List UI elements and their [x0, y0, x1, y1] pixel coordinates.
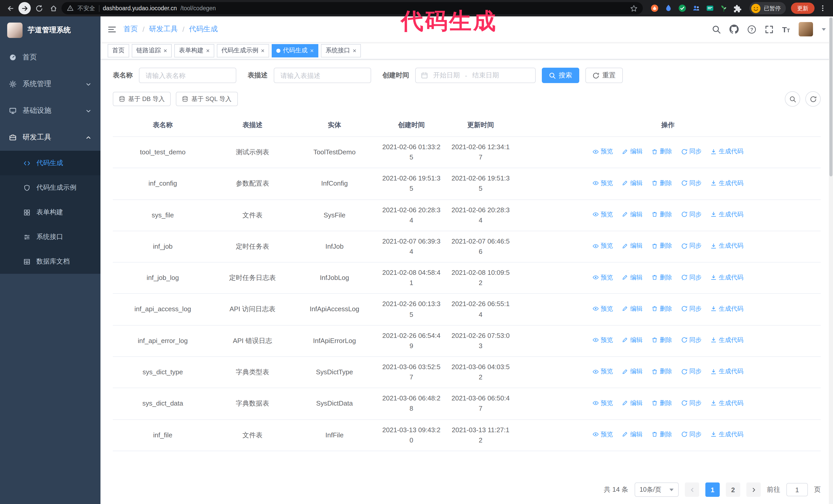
refresh-table-button[interactable]: [805, 91, 821, 106]
sync-link[interactable]: 同步: [681, 398, 701, 408]
page-button-2[interactable]: 2: [726, 482, 740, 497]
breadcrumb-item-home[interactable]: 首页: [123, 25, 138, 34]
close-icon[interactable]: ×: [310, 47, 314, 54]
page-size-select[interactable]: 10条/页: [634, 482, 679, 497]
preview-link[interactable]: 预览: [593, 272, 613, 282]
fullscreen-icon[interactable]: [765, 25, 773, 33]
delete-link[interactable]: 删除: [651, 178, 672, 188]
preview-link[interactable]: 预览: [593, 241, 613, 251]
chevron-down-icon[interactable]: [822, 28, 826, 30]
delete-link[interactable]: 删除: [651, 398, 672, 408]
generate-code-link[interactable]: 生成代码: [711, 210, 743, 219]
scrollbar-thumb[interactable]: [829, 18, 832, 176]
delete-link[interactable]: 删除: [651, 210, 672, 219]
extensions-puzzle-icon[interactable]: [733, 4, 742, 13]
preview-link[interactable]: 预览: [593, 335, 613, 345]
sidebar-item-infrastructure[interactable]: 基础设施: [0, 97, 100, 124]
breadcrumb-item-devtools[interactable]: 研发工具: [149, 25, 178, 34]
preview-link[interactable]: 预览: [593, 304, 613, 314]
preview-link[interactable]: 预览: [593, 398, 613, 408]
close-icon[interactable]: ×: [206, 47, 210, 54]
sidebar-item-devtools[interactable]: 研发工具: [0, 124, 100, 151]
reset-button[interactable]: 重置: [586, 68, 623, 83]
prev-page-button[interactable]: [685, 482, 699, 497]
extension-icon-blue-drop[interactable]: [664, 4, 673, 13]
delete-link[interactable]: 删除: [651, 272, 672, 282]
generate-code-link[interactable]: 生成代码: [711, 304, 743, 314]
search-button[interactable]: 搜索: [542, 68, 579, 83]
sync-link[interactable]: 同步: [681, 367, 701, 376]
sync-link[interactable]: 同步: [681, 178, 701, 188]
browser-home-button[interactable]: [47, 2, 60, 14]
close-icon[interactable]: ×: [261, 47, 264, 54]
table-name-input[interactable]: [139, 68, 236, 83]
browser-update-button[interactable]: 更新: [791, 3, 814, 14]
preview-link[interactable]: 预览: [593, 430, 613, 439]
goto-page-input[interactable]: [786, 483, 808, 496]
preview-link[interactable]: 预览: [593, 178, 613, 188]
sync-link[interactable]: 同步: [681, 430, 701, 439]
app-logo-row[interactable]: 芋道管理系统: [0, 17, 100, 44]
extension-icon-people[interactable]: [691, 4, 701, 13]
sync-link[interactable]: 同步: [681, 147, 701, 157]
sync-link[interactable]: 同步: [681, 272, 701, 282]
delete-link[interactable]: 删除: [651, 335, 672, 345]
preview-link[interactable]: 预览: [593, 210, 613, 219]
generate-code-link[interactable]: 生成代码: [711, 430, 743, 439]
delete-link[interactable]: 删除: [651, 241, 672, 251]
sidebar-subitem-db-docs[interactable]: 数据库文档: [0, 249, 100, 274]
browser-menu-button[interactable]: [816, 2, 829, 14]
browser-back-button[interactable]: [4, 2, 17, 14]
table-desc-input[interactable]: [274, 68, 371, 83]
hamburger-button[interactable]: [108, 25, 116, 33]
tab-system-api[interactable]: 系统接口×: [321, 44, 361, 57]
sidebar-item-system[interactable]: 系统管理: [0, 71, 100, 97]
extension-icon-leaf[interactable]: [719, 4, 729, 13]
extension-icon-card[interactable]: [705, 4, 715, 13]
sidebar-subitem-codegen[interactable]: 代码生成: [0, 151, 100, 175]
edit-link[interactable]: 编辑: [622, 335, 643, 345]
delete-link[interactable]: 删除: [651, 304, 672, 314]
sidebar-subitem-codegen-example[interactable]: 代码生成示例: [0, 175, 100, 200]
edit-link[interactable]: 编辑: [622, 398, 643, 408]
tab-codegen[interactable]: 代码生成×: [272, 44, 318, 57]
tab-home[interactable]: 首页: [108, 44, 129, 57]
avatar[interactable]: [799, 22, 813, 37]
delete-link[interactable]: 删除: [651, 367, 672, 376]
delete-link[interactable]: 删除: [651, 430, 672, 439]
font-size-icon[interactable]: TT: [782, 25, 790, 33]
profile-chip[interactable]: 已暂停: [749, 2, 786, 14]
sidebar-subitem-form-builder[interactable]: 表单构建: [0, 200, 100, 224]
generate-code-link[interactable]: 生成代码: [711, 178, 743, 188]
help-icon[interactable]: ?: [747, 25, 756, 33]
generate-code-link[interactable]: 生成代码: [711, 398, 743, 408]
sync-link[interactable]: 同步: [681, 304, 701, 314]
sidebar-item-home[interactable]: 首页: [0, 44, 100, 71]
bookmark-star-icon[interactable]: [630, 4, 638, 12]
extension-icon-green-check[interactable]: [678, 4, 687, 13]
tab-codegen-example[interactable]: 代码生成示例×: [217, 44, 269, 57]
browser-reload-button[interactable]: [33, 2, 45, 14]
browser-forward-button[interactable]: [19, 2, 31, 14]
sync-link[interactable]: 同步: [681, 241, 701, 251]
toggle-search-button[interactable]: [785, 91, 800, 106]
tab-form-builder[interactable]: 表单构建×: [174, 44, 214, 57]
generate-code-link[interactable]: 生成代码: [711, 272, 743, 282]
omnibox[interactable]: 不安全 dashboard.yudao.iocoder.cn /tool/cod…: [62, 2, 643, 14]
preview-link[interactable]: 预览: [593, 367, 613, 376]
edit-link[interactable]: 编辑: [622, 178, 643, 188]
edit-link[interactable]: 编辑: [622, 430, 643, 439]
import-db-button[interactable]: 基于 DB 导入: [113, 92, 171, 106]
delete-link[interactable]: 删除: [651, 147, 672, 157]
sync-link[interactable]: 同步: [681, 210, 701, 219]
generate-code-link[interactable]: 生成代码: [711, 241, 743, 251]
close-icon[interactable]: ×: [164, 47, 167, 54]
edit-link[interactable]: 编辑: [622, 367, 643, 376]
edit-link[interactable]: 编辑: [622, 304, 643, 314]
date-range-picker[interactable]: 开始日期 - 结束日期: [415, 68, 536, 83]
next-page-button[interactable]: [746, 482, 761, 497]
generate-code-link[interactable]: 生成代码: [711, 335, 743, 345]
sync-link[interactable]: 同步: [681, 335, 701, 345]
search-icon[interactable]: [712, 25, 720, 33]
generate-code-link[interactable]: 生成代码: [711, 147, 743, 157]
